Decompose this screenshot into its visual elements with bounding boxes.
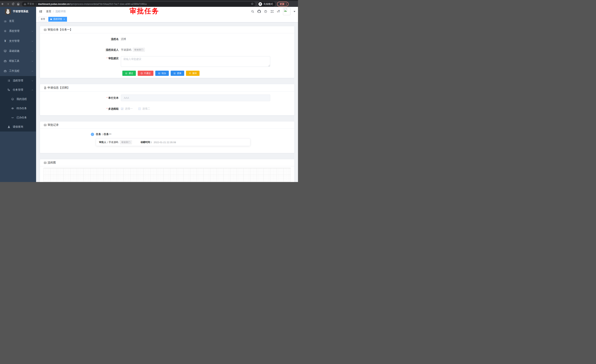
url-text: dashboard.yudao.iocoder.cn/bpm/process-i… (38, 3, 250, 5)
screen: 不安全 dashboard.yudao.iocoder.cn/bpm/proce… (0, 0, 298, 182)
monitor-icon (4, 50, 7, 52)
suggest-textarea[interactable] (121, 56, 270, 67)
chevron-down-icon (31, 80, 34, 82)
incognito-label: 无痕模式 (263, 2, 273, 6)
bookmark-star-icon[interactable] (251, 2, 253, 6)
process-name-row: 流程名 滔博 (44, 37, 291, 41)
caret-down-icon[interactable] (294, 11, 295, 12)
checkbox-option-2: 选项二 (138, 107, 150, 110)
browser-home-button[interactable] (15, 2, 21, 7)
logo-image (5, 9, 11, 15)
fullscreen-icon[interactable] (270, 10, 274, 13)
sidebar-item-leave-query[interactable]: 请假查询 (0, 122, 36, 131)
browser-forward-button[interactable] (5, 2, 10, 7)
incognito-icon (258, 2, 262, 6)
chevron-up-icon (31, 70, 34, 72)
transfer-button[interactable]: 转办 (155, 71, 169, 76)
sidebar-toggle-icon[interactable] (37, 8, 44, 15)
browser-update-button[interactable]: 更新 (277, 2, 289, 7)
search-icon[interactable] (251, 10, 254, 13)
process-name-value: 滔博 (121, 37, 126, 41)
active-dot-icon (50, 19, 52, 20)
sidebar-item-workflow[interactable]: 工作流程 (0, 66, 36, 76)
initiator-label: 流程发起人 (44, 48, 121, 52)
user-icon (7, 125, 10, 128)
face-icon (11, 98, 14, 101)
checkbox-option-1: 选项一 (121, 107, 133, 110)
sidebar-item-task-mgmt[interactable]: 任务管理 (0, 85, 36, 95)
single-line-input (121, 95, 270, 101)
action-buttons: 通过不通过转办委派退回 (122, 71, 291, 76)
navbar: 首页 / 流程详情 审批任务 TT (36, 7, 298, 16)
address-bar[interactable]: 不安全 dashboard.yudao.iocoder.cn/bpm/proce… (22, 2, 255, 7)
browser-back-button[interactable] (0, 2, 5, 7)
create-time-value: 2022-01-21 22:35:08 (154, 141, 176, 144)
sidebar-item-system-mgmt[interactable]: 系统管理 (0, 26, 36, 36)
help-icon[interactable] (264, 10, 267, 13)
sidebar-item-payment-mgmt[interactable]: ¥支付管理 (0, 36, 36, 46)
tab-process-detail[interactable]: 流程详情× (48, 17, 67, 22)
avatar[interactable] (283, 8, 291, 15)
checkbox-icon (138, 108, 141, 110)
chevron-down-icon (31, 60, 34, 62)
create-time-label: 创建时间： (141, 141, 153, 144)
navbar-icons: TT (251, 10, 280, 13)
font-size-icon[interactable]: TT (277, 10, 280, 13)
process-name-label: 流程名 (44, 37, 121, 41)
checkbox-row: *多选框组 选项一选项二 (44, 107, 291, 111)
reject-button[interactable]: 不通过 (138, 71, 153, 76)
sidebar-item-dev-tools[interactable]: 研发工具 (0, 56, 36, 66)
resize-grip-icon[interactable] (268, 65, 270, 66)
sidebar-item-infrastructure[interactable]: 基础设施 (0, 46, 36, 56)
text-field-row: *单行文本 (44, 95, 291, 101)
chevron-down-icon (31, 50, 34, 52)
incognito-badge: 无痕模式 (258, 2, 275, 7)
tags-view-bar: 首页流程详情× (36, 16, 298, 22)
text-field-label: *单行文本 (44, 96, 121, 100)
initiator-row: 流程发起人 芋道源码 研发部门 (44, 48, 291, 52)
app-title: 芋道管理系统 (13, 10, 28, 13)
approval-record-title: 审批记录 (48, 123, 59, 127)
dashboard-icon (4, 20, 7, 22)
document-icon (44, 86, 47, 89)
approval-record-card: 审批记录 任务：任务一 审批人： 芋道源码 研发部门 创建时间： (40, 121, 294, 153)
checkbox-group-label: *多选框组 (44, 107, 121, 111)
content: 审批任务【任务一】 流程名 滔博 流程发起人 芋道源码 研发部门 (36, 22, 298, 182)
tab-home[interactable]: 首页 (39, 17, 47, 22)
main-area: 首页 / 流程详情 审批任务 TT 首页流程详情× (36, 7, 298, 182)
edit-icon (125, 72, 127, 74)
checkbox-icon (121, 108, 123, 110)
approve-button[interactable]: 通过 (122, 71, 136, 76)
update-label: 更新 (280, 2, 284, 6)
clock-icon (91, 133, 94, 136)
close-icon[interactable]: × (63, 18, 65, 20)
breadcrumb: 首页 / 流程详情 (46, 10, 66, 13)
breadcrumb-home[interactable]: 首页 (46, 10, 51, 13)
approval-task-header: 审批任务【任务一】 (40, 26, 294, 33)
sidebar-item-todo-task[interactable]: 待办任务 (0, 104, 36, 113)
sidebar-item-my-process[interactable]: 我的流程 (0, 95, 36, 104)
approval-task-card: 审批任务【任务一】 流程名 滔博 流程发起人 芋道源码 研发部门 (40, 26, 294, 78)
github-icon[interactable] (257, 10, 261, 13)
sidebar-logo[interactable]: 芋道管理系统 (0, 7, 36, 16)
browser-menu-icon[interactable] (286, 3, 287, 5)
security-chip[interactable]: 不安全 (24, 2, 34, 6)
browser-reload-button[interactable] (10, 2, 15, 7)
org-icon (7, 88, 10, 91)
sidebar-item-done-task[interactable]: 已办任务 (0, 113, 36, 122)
sidebar-item-process-mgmt[interactable]: 流程管理 (0, 76, 36, 85)
suggest-label: *审批建议 (44, 56, 121, 60)
delegate-button[interactable]: 委派 (171, 71, 184, 76)
sidebar-item-home[interactable]: 首页 (0, 16, 36, 26)
security-label: 不安全 (27, 2, 34, 6)
picture-icon (44, 161, 47, 164)
edit-icon (158, 72, 160, 74)
apply-info-header: 申请信息【滔博】 (40, 84, 294, 92)
briefcase-icon (4, 70, 7, 73)
approval-task-title: 审批任务【任务一】 (48, 28, 73, 31)
chevron-down-icon (31, 40, 34, 42)
record-detail-card: 审批人： 芋道源码 研发部门 创建时间： 2022-01-21 22:35:08 (96, 138, 250, 146)
flowchart-header: 流程图 (40, 159, 294, 166)
bpmn-canvas[interactable] (44, 168, 291, 182)
return-button[interactable]: 退回 (186, 71, 200, 76)
